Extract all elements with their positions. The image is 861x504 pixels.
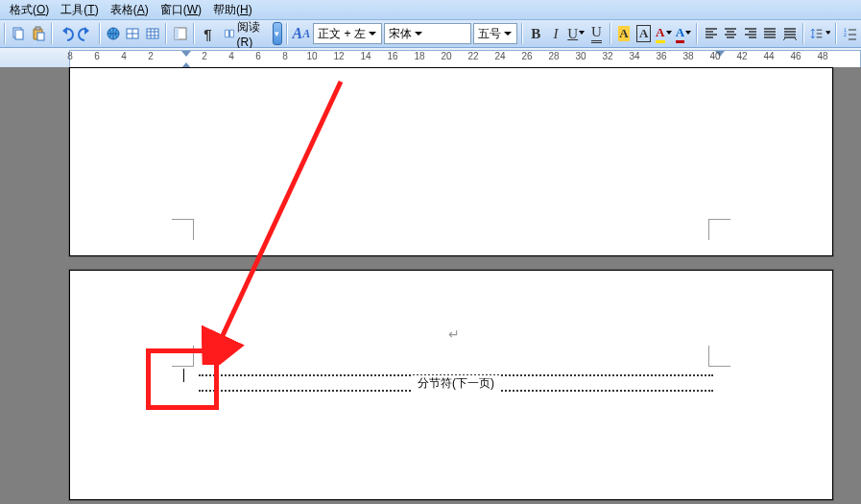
- svg-rect-9: [175, 28, 179, 39]
- ruler-tick: 12: [325, 51, 352, 61]
- ruler-tick: 38: [675, 51, 702, 61]
- ruler-tick: 6: [84, 51, 110, 61]
- ruler-tick: 26: [514, 51, 540, 61]
- menu-format[interactable]: 格式(O): [4, 1, 55, 19]
- align-right-button[interactable]: [742, 22, 760, 45]
- bold-button[interactable]: B: [527, 22, 545, 45]
- ruler-tick: 20: [433, 51, 460, 61]
- svg-rect-4: [37, 33, 44, 40]
- reading-label: 阅读(R): [237, 19, 266, 49]
- ruler-tick: 4: [218, 51, 245, 61]
- separator: [51, 23, 53, 44]
- ruler-tick: 18: [406, 51, 433, 61]
- svg-rect-7: [147, 29, 158, 38]
- align-justify-button[interactable]: [761, 22, 779, 45]
- font-combo[interactable]: 宋体: [384, 23, 471, 44]
- underline-button[interactable]: U: [566, 22, 586, 45]
- insert-table-button[interactable]: [144, 22, 162, 45]
- ruler-tick: 46: [782, 51, 809, 61]
- ruler-tick: 34: [621, 51, 648, 61]
- page-1[interactable]: [69, 67, 833, 70]
- chevron-down-icon: [501, 25, 514, 42]
- ruler-tick: 8: [57, 51, 84, 61]
- char-shading-button[interactable]: A: [615, 22, 634, 45]
- menu-window[interactable]: 窗口(W): [155, 1, 207, 19]
- ruler-tick: 10: [299, 51, 325, 61]
- ruler-tick: 16: [379, 51, 406, 61]
- ruler-tick: 2: [191, 51, 218, 61]
- undo-button[interactable]: [57, 22, 75, 45]
- font-value: 宋体: [389, 26, 412, 42]
- font-size-combo[interactable]: 五号: [473, 23, 517, 44]
- ruler-tick: 14: [352, 51, 379, 61]
- hyperlink-button[interactable]: [105, 22, 123, 45]
- separator: [286, 23, 288, 44]
- menu-bar: 格式(O) 工具(T) 表格(A) 窗口(W) 帮助(H): [0, 0, 861, 20]
- ruler-tick: 44: [755, 51, 782, 61]
- show-marks-button[interactable]: ¶: [199, 22, 217, 45]
- styles-task-pane-button[interactable]: AA: [292, 22, 312, 45]
- double-underline-button[interactable]: U: [587, 22, 606, 45]
- separator: [165, 23, 167, 44]
- separator: [521, 23, 523, 44]
- align-center-button[interactable]: [722, 22, 740, 45]
- chevron-down-icon: [366, 25, 379, 42]
- svg-text:2: 2: [844, 32, 847, 37]
- separator: [835, 23, 837, 44]
- char-border-button[interactable]: A: [634, 22, 653, 45]
- highlight-button[interactable]: A: [655, 22, 673, 45]
- ruler-tick: 32: [594, 51, 621, 61]
- toolbar-options-button[interactable]: ▾: [273, 22, 282, 45]
- paste-button[interactable]: [30, 22, 48, 45]
- menu-table[interactable]: 表格(A): [105, 1, 155, 19]
- ruler-tick: 28: [540, 51, 567, 61]
- ruler-scale: 8642246810121416182022242628303234363840…: [69, 50, 861, 69]
- tables-borders-button[interactable]: [124, 22, 142, 45]
- svg-rect-1: [15, 30, 23, 39]
- separator: [696, 23, 698, 44]
- separator: [193, 23, 195, 44]
- svg-rect-3: [36, 27, 40, 30]
- ruler-tick: 4: [110, 51, 137, 61]
- ruler-tick: 42: [729, 51, 755, 61]
- line-spacing-button[interactable]: [808, 22, 831, 45]
- ruler-tick: 2: [137, 51, 164, 61]
- document-surface[interactable]: ↵ 分节符(下一页): [0, 67, 861, 70]
- menu-help[interactable]: 帮助(H): [207, 1, 258, 19]
- style-value: 正文 + 左: [318, 26, 366, 42]
- align-left-button[interactable]: [702, 22, 720, 45]
- ruler-tick: 30: [567, 51, 594, 61]
- first-line-indent-marker[interactable]: [181, 51, 191, 57]
- copy-button[interactable]: [10, 22, 28, 45]
- numbering-button[interactable]: 12: [841, 22, 859, 45]
- ruler-tick: 36: [648, 51, 675, 61]
- chevron-down-icon: [412, 25, 425, 42]
- size-value: 五号: [478, 26, 501, 42]
- menu-tools[interactable]: 工具(T): [55, 1, 104, 19]
- formatting-toolbar: ¶ 阅读(R) ▾ AA 正文 + 左 宋体 五号 B I U U A A A …: [0, 20, 861, 48]
- redo-button[interactable]: [77, 22, 95, 45]
- ruler-tick: 40: [702, 51, 729, 61]
- distributed-button[interactable]: [781, 22, 800, 45]
- pages-container: ↵ 分节符(下一页): [69, 67, 833, 70]
- reading-layout-button[interactable]: 阅读(R): [219, 22, 271, 45]
- ruler-tick: 24: [487, 51, 514, 61]
- italic-button[interactable]: I: [547, 22, 565, 45]
- ruler-tick: 6: [245, 51, 272, 61]
- ruler-tick: 22: [460, 51, 487, 61]
- document-map-button[interactable]: [171, 22, 189, 45]
- separator: [610, 23, 611, 44]
- ruler-tick: 8: [272, 51, 299, 61]
- separator: [802, 23, 804, 44]
- font-color-button[interactable]: A: [675, 22, 693, 45]
- ruler-tick: 48: [809, 51, 836, 61]
- style-combo[interactable]: 正文 + 左: [313, 23, 382, 44]
- separator: [99, 23, 101, 44]
- separator: [4, 23, 6, 44]
